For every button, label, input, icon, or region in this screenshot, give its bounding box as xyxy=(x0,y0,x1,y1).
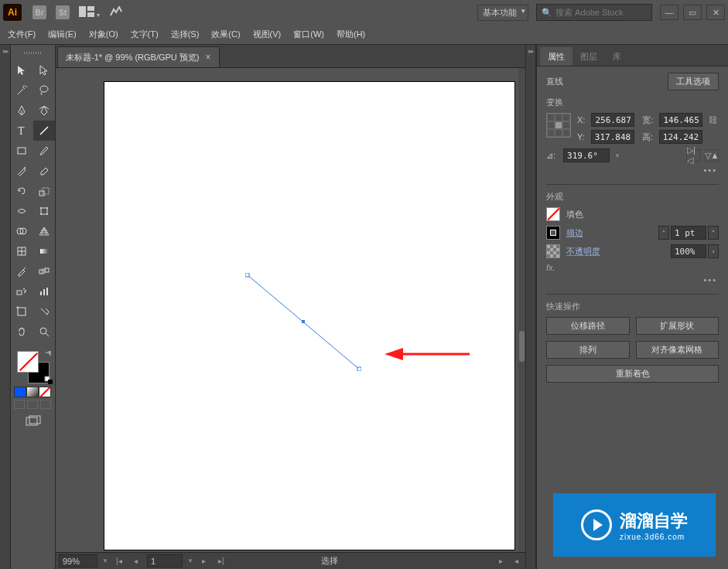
gradient-swatch[interactable] xyxy=(26,387,39,397)
left-expand-strip[interactable]: ▸▸ xyxy=(0,45,11,569)
next-artboard-btn[interactable]: ▸ xyxy=(198,555,210,567)
minimize-button[interactable]: — xyxy=(660,5,678,20)
flip-horizontal[interactable]: ▷|◁ xyxy=(686,149,700,162)
opacity-label[interactable]: 不透明度 xyxy=(566,246,600,257)
menu-edit[interactable]: 编辑(E) xyxy=(45,27,80,42)
stroke-label[interactable]: 描边 xyxy=(566,227,583,239)
fill-stroke-swatches[interactable] xyxy=(11,348,55,387)
opacity-dropdown[interactable]: › xyxy=(708,244,719,258)
w-field[interactable] xyxy=(659,113,702,127)
hand-tool[interactable] xyxy=(11,322,33,342)
stroke-step-down[interactable]: ˅ xyxy=(658,226,669,240)
maximize-button[interactable]: ▭ xyxy=(683,5,702,20)
stock-search[interactable]: 🔍 搜索 Adobe Stock xyxy=(536,4,652,21)
offset-path-button[interactable]: 位移路径 xyxy=(546,317,630,335)
menu-object[interactable]: 对象(O) xyxy=(86,27,121,42)
swap-fill-stroke-icon[interactable] xyxy=(44,349,53,359)
shape-builder-tool[interactable] xyxy=(11,221,33,241)
lasso-tool[interactable] xyxy=(33,80,56,101)
eraser-tool[interactable] xyxy=(33,161,56,181)
menu-effect[interactable]: 效果(C) xyxy=(208,27,243,42)
gradient-tool[interactable] xyxy=(33,241,56,261)
tool-options-button[interactable]: 工具选项 xyxy=(668,73,719,90)
close-button[interactable]: ✕ xyxy=(706,5,725,20)
draw-inside[interactable] xyxy=(40,400,51,409)
screen-mode[interactable] xyxy=(11,411,55,431)
curvature-tool[interactable] xyxy=(33,101,56,121)
symbol-sprayer-tool[interactable] xyxy=(11,281,33,302)
free-transform-tool[interactable] xyxy=(33,201,56,221)
rectangle-tool[interactable] xyxy=(11,141,33,161)
artboard-number[interactable]: 1 xyxy=(147,554,183,567)
selected-line-object[interactable] xyxy=(245,273,361,371)
angle-field[interactable] xyxy=(563,148,610,162)
magic-wand-tool[interactable] xyxy=(11,80,33,101)
expand-shape-button[interactable]: 扩展形状 xyxy=(636,317,719,335)
slice-tool[interactable] xyxy=(33,302,56,322)
scale-tool[interactable] xyxy=(33,181,56,201)
menu-view[interactable]: 视图(V) xyxy=(250,27,285,42)
toolbox-grip[interactable] xyxy=(11,45,55,60)
menu-type[interactable]: 文字(T) xyxy=(128,27,162,42)
menu-file[interactable]: 文件(F) xyxy=(5,27,39,42)
perspective-tool[interactable] xyxy=(33,221,56,241)
shaper-tool[interactable] xyxy=(11,161,33,181)
align-pixel-button[interactable]: 对齐像素网格 xyxy=(636,341,719,359)
hscroll-right[interactable]: ▸ xyxy=(494,555,507,567)
color-swatch[interactable] xyxy=(14,387,26,397)
last-artboard-btn[interactable]: ▸| xyxy=(215,555,227,567)
menu-select[interactable]: 选择(S) xyxy=(168,27,203,42)
type-tool[interactable]: T xyxy=(11,121,33,141)
link-wh-icon[interactable]: ⛓ xyxy=(709,115,717,124)
menu-window[interactable]: 窗口(W) xyxy=(290,27,327,42)
x-field[interactable] xyxy=(591,113,634,127)
reference-point[interactable] xyxy=(546,113,571,138)
first-artboard-btn[interactable]: |◂ xyxy=(113,555,125,567)
canvas[interactable] xyxy=(56,68,525,552)
zoom-level[interactable]: 99% xyxy=(59,554,97,567)
vertical-scrollbar[interactable] xyxy=(518,68,525,552)
fill-swatch[interactable] xyxy=(17,351,39,373)
workspace-selector[interactable]: 基本功能 xyxy=(477,5,528,21)
right-expand-strip[interactable]: ▸▸ xyxy=(525,45,536,569)
appearance-more[interactable]: ••• xyxy=(546,272,719,288)
gpu-icon[interactable] xyxy=(109,6,123,19)
blend-tool[interactable] xyxy=(33,261,56,281)
draw-normal[interactable] xyxy=(14,400,25,409)
tab-layers[interactable]: 图层 xyxy=(572,47,605,66)
pen-tool[interactable] xyxy=(11,101,33,121)
stroke-color-swatch[interactable] xyxy=(546,226,560,240)
rotate-tool[interactable] xyxy=(11,181,33,201)
bridge-icon[interactable]: Br xyxy=(32,5,46,19)
scroll-thumb[interactable] xyxy=(519,331,525,362)
eyedropper-tool[interactable] xyxy=(11,261,33,281)
paintbrush-tool[interactable] xyxy=(33,141,56,161)
draw-behind[interactable] xyxy=(27,400,38,409)
fx-label[interactable]: fx. xyxy=(546,263,719,272)
opacity-swatch[interactable] xyxy=(546,244,560,258)
arrange-docs-icon[interactable]: ▾ xyxy=(79,6,100,19)
tab-libraries[interactable]: 库 xyxy=(605,47,629,66)
graph-tool[interactable] xyxy=(33,281,56,302)
zoom-tool[interactable] xyxy=(33,322,56,342)
hscroll-left[interactable]: ◂ xyxy=(510,555,522,567)
tab-properties[interactable]: 属性 xyxy=(540,47,572,66)
direct-selection-tool[interactable] xyxy=(33,60,56,80)
y-field[interactable] xyxy=(591,130,634,144)
artboard-tool[interactable] xyxy=(11,302,33,322)
default-fill-stroke-icon[interactable] xyxy=(44,376,53,385)
none-swatch[interactable] xyxy=(39,387,51,397)
selection-tool[interactable] xyxy=(11,60,33,80)
close-tab-icon[interactable]: × xyxy=(206,52,211,63)
stroke-dropdown[interactable]: ˅ xyxy=(708,226,719,240)
stock-icon[interactable]: St xyxy=(56,5,70,19)
line-tool[interactable] xyxy=(33,121,56,141)
doc-tab[interactable]: 未标题-1* @ 99% (RGB/GPU 预览) × xyxy=(57,46,220,67)
menu-help[interactable]: 帮助(H) xyxy=(333,27,368,42)
prev-artboard-btn[interactable]: ◂ xyxy=(130,555,142,567)
flip-vertical[interactable]: ▽▲ xyxy=(705,149,719,162)
mesh-tool[interactable] xyxy=(11,241,33,261)
opacity-field[interactable] xyxy=(671,244,706,258)
arrange-button[interactable]: 排列 xyxy=(546,341,630,359)
width-tool[interactable] xyxy=(11,201,33,221)
